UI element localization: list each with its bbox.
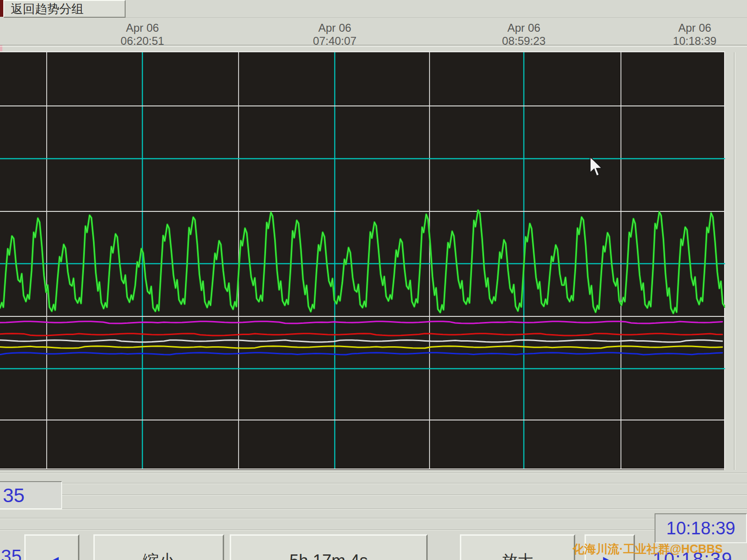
panel-groove xyxy=(0,495,747,496)
time-axis-label-2: Apr 06 07:40:07 xyxy=(283,21,386,48)
right-frame-groove-highlight xyxy=(735,52,735,470)
scroll-left-icon: ◀ xyxy=(45,533,58,560)
panel-groove xyxy=(0,518,747,519)
toolbar-start-time-partial-text: 35 xyxy=(1,546,22,560)
time-axis-time: 07:40:07 xyxy=(283,35,386,48)
trend-end-time-text: 10:18:39 xyxy=(666,518,735,539)
time-span-label: 5h 17m 4s xyxy=(289,535,368,560)
panel-groove xyxy=(0,530,747,531)
panel-groove xyxy=(0,483,747,484)
header-groove xyxy=(126,17,747,18)
panel-groove xyxy=(0,473,747,474)
panel-groove xyxy=(0,509,747,510)
time-span-button[interactable]: 5h 17m 4s xyxy=(230,534,428,560)
trend-start-time-partial-text: 35 xyxy=(3,483,25,509)
watermark-text: 化海川流·工业社群@HCBBS xyxy=(514,541,723,557)
time-axis-label-3: Apr 06 08:59:23 xyxy=(472,21,575,48)
mouse-cursor-icon xyxy=(589,157,603,177)
time-axis-time: 10:18:39 xyxy=(643,35,746,48)
scroll-left-button[interactable]: ◀ xyxy=(24,534,79,560)
header-bottom-groove-highlight xyxy=(0,46,747,47)
zoom-out-button[interactable]: 缩小 xyxy=(93,534,224,560)
time-axis-time: 06:20:51 xyxy=(91,35,194,48)
zoom-out-label: 缩小 xyxy=(143,534,175,560)
header-bottom-groove xyxy=(0,45,747,45)
right-frame-groove xyxy=(734,52,734,470)
time-axis-time: 08:59:23 xyxy=(472,35,575,48)
trend-start-time-readout: 35 xyxy=(0,481,62,509)
time-axis-date: Apr 06 xyxy=(91,21,194,35)
time-axis-label-4: Apr 06 10:18:39 xyxy=(643,21,746,48)
trend-window: 返回趋势分组 Apr 06 06:20:51 Apr 06 07:40:07 A… xyxy=(0,0,747,560)
trend-end-time-readout: 10:18:39 xyxy=(655,513,747,543)
time-axis-label-1: Apr 06 06:20:51 xyxy=(91,21,194,48)
time-axis-date: Apr 06 xyxy=(472,21,575,35)
time-axis-date: Apr 06 xyxy=(643,21,746,35)
time-axis-date: Apr 06 xyxy=(283,21,386,35)
window-edge-red-sliver xyxy=(0,0,3,17)
trend-plot-canvas xyxy=(0,51,725,470)
back-to-trend-groups-button[interactable]: 返回趋势分组 xyxy=(3,0,126,18)
